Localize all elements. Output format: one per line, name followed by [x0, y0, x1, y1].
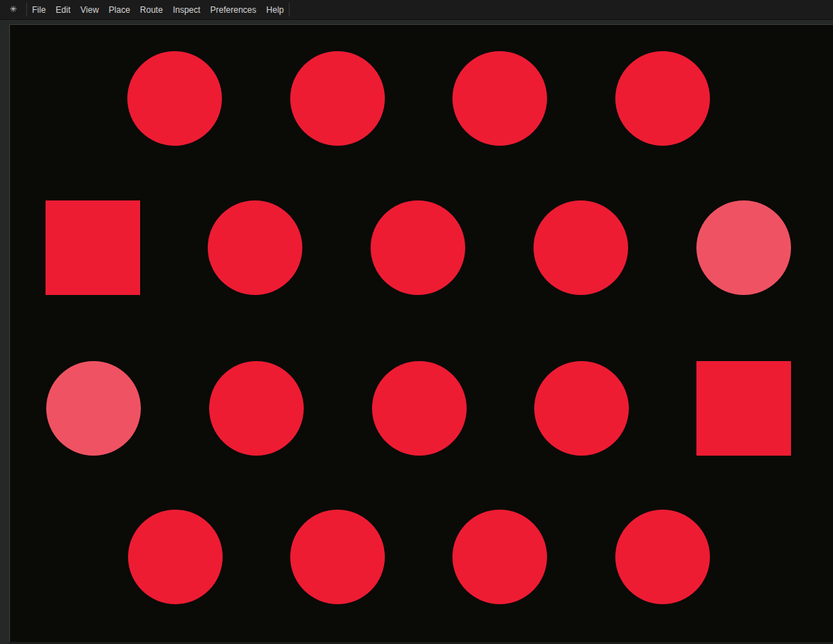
pad-circle[interactable]	[615, 51, 710, 146]
pad-circle[interactable]	[290, 51, 385, 146]
pad-circle[interactable]	[372, 361, 467, 456]
pad-circle[interactable]	[452, 51, 547, 146]
pad-circle-highlighted[interactable]	[696, 200, 791, 295]
menubar-separator	[289, 3, 290, 16]
menu-bar: ✳ FileEditViewPlaceRouteInspectPreferenc…	[0, 0, 833, 20]
menu-items: FileEditViewPlaceRouteInspectPreferences…	[27, 0, 289, 19]
pad-circle[interactable]	[371, 200, 465, 295]
pad-square[interactable]	[46, 200, 140, 295]
menu-item-place[interactable]: Place	[104, 0, 135, 19]
menu-item-route[interactable]: Route	[135, 0, 168, 19]
pad-circle[interactable]	[290, 510, 385, 604]
pcb-canvas[interactable]	[9, 24, 833, 642]
menu-item-preferences[interactable]: Preferences	[206, 0, 262, 19]
pad-circle[interactable]	[615, 510, 710, 604]
menu-item-inspect[interactable]: Inspect	[168, 0, 206, 19]
menu-item-view[interactable]: View	[75, 0, 104, 19]
app-icon: ✳	[0, 0, 26, 19]
pad-circle-highlighted[interactable]	[46, 361, 141, 456]
pad-square[interactable]	[696, 361, 791, 456]
menu-item-help[interactable]: Help	[261, 0, 289, 19]
menu-item-file[interactable]: File	[27, 0, 51, 19]
pad-circle[interactable]	[452, 510, 547, 604]
menu-item-edit[interactable]: Edit	[51, 0, 75, 19]
pad-circle[interactable]	[534, 361, 629, 456]
pad-circle[interactable]	[208, 200, 302, 295]
pad-circle[interactable]	[128, 510, 223, 604]
pad-circle[interactable]	[534, 200, 628, 295]
pad-circle[interactable]	[127, 51, 222, 146]
pad-circle[interactable]	[209, 361, 304, 456]
